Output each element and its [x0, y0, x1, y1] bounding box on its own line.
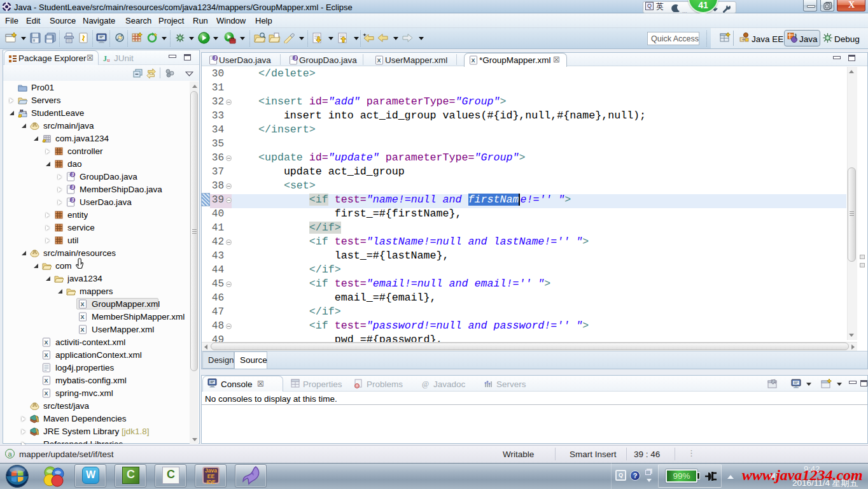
svg-text:J: J [294, 55, 297, 61]
svg-text:X: X [45, 378, 48, 384]
svg-text:M: M [20, 109, 24, 113]
svg-text:X: X [377, 57, 381, 64]
svg-text:X: X [81, 301, 85, 308]
svg-text:J: J [71, 185, 74, 190]
svg-text:X: X [81, 327, 85, 333]
svg-text:X: X [45, 352, 48, 358]
svg-text:J: J [71, 197, 74, 203]
svg-text:@: @ [422, 379, 429, 388]
svg-text:X: X [45, 390, 48, 397]
svg-text:X: X [472, 57, 475, 64]
svg-text:X: X [45, 339, 48, 346]
svg-text:X: X [81, 314, 85, 320]
svg-text:J: J [71, 172, 74, 178]
svg-text:u: u [107, 57, 110, 63]
svg-text:J: J [214, 55, 216, 61]
